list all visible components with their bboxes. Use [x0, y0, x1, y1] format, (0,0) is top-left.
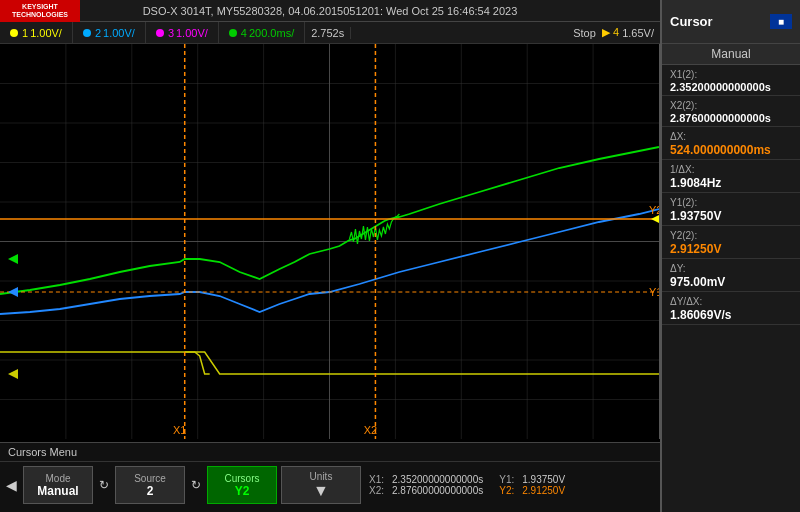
bottom-buttons: ◀ Mode Manual ↻ Source 2 ↻ Cursors Y2 Un… [0, 462, 660, 508]
mode-btn-label: Mode [45, 473, 70, 484]
ch1-scale: 1.00V/ [30, 27, 62, 39]
cursor-dydx-row: ΔY/ΔX: 1.86069V/s [662, 292, 800, 325]
xy-readouts: X1: 2.35200000000000s Y1: 1.93750V X2: 2… [369, 474, 565, 496]
back-arrow-icon[interactable]: ◀ [6, 477, 17, 493]
cursor-dx-value: 524.000000000ms [670, 143, 792, 157]
cursor-dx-label: ΔX: [670, 131, 792, 142]
x2-readout-value: 2.87600000000000s [392, 485, 483, 496]
cursor-mode-text: Manual [711, 47, 750, 61]
channel-4-label[interactable]: 4 200.0ms/ [219, 22, 305, 43]
ch4-num: 4 [241, 27, 247, 39]
ch4-scale: 200.0ms/ [249, 27, 294, 39]
y1-readout-label: Y1: [499, 474, 514, 485]
cursor-dydx-label: ΔY/ΔX: [670, 296, 792, 307]
cursor-panel-button[interactable]: ■ [770, 14, 792, 29]
ch2-num: 2 [95, 27, 101, 39]
x-readouts: X1: 2.35200000000000s Y1: 1.93750V [369, 474, 565, 485]
ch1-dot [10, 29, 18, 37]
cursor-x2-label: X2(2): [670, 100, 792, 111]
header-title: DSO-X 3014T, MY55280328, 04.06.201505120… [143, 5, 518, 17]
logo-text: KEYSIGHTTECHNOLOGIES [12, 3, 68, 18]
cursor-panel-title: Cursor [670, 14, 713, 29]
cursor-invdx-label: 1/ΔX: [670, 164, 792, 175]
cursors-btn-label: Cursors [224, 473, 259, 484]
units-btn-down-icon: ▼ [313, 482, 329, 500]
scope-grid: X1 X2 Y1 Y2 [0, 44, 659, 439]
channel-2-label[interactable]: 2 1.00V/ [73, 22, 146, 43]
source-button[interactable]: Source 2 [115, 466, 185, 504]
cursor-dydx-value: 1.86069V/s [670, 308, 792, 322]
undo-icon[interactable]: ↻ [99, 478, 109, 492]
svg-text:Y2: Y2 [649, 204, 659, 216]
channel-1-label[interactable]: 1 1.00V/ [0, 22, 73, 43]
units-button[interactable]: Units ▼ [281, 466, 361, 504]
cursor-y1-row: Y1(2): 1.93750V [662, 193, 800, 226]
cursor-y2-value: 2.91250V [670, 242, 792, 256]
cursor-dx-row: ΔX: 524.000000000ms [662, 127, 800, 160]
undo2-icon[interactable]: ↻ [191, 478, 201, 492]
ch3-dot [156, 29, 164, 37]
cursor-x1-row: X1(2): 2.35200000000000s [662, 65, 800, 96]
cursors-menu-text: Cursors Menu [8, 446, 77, 458]
ch2-scale: 1.00V/ [103, 27, 135, 39]
cursor-x2-row: X2(2): 2.87600000000000s [662, 96, 800, 127]
trig-level: 1.65V/ [622, 27, 654, 39]
trig-stop: Stop [573, 27, 596, 39]
trig-ch: ▶ 4 [602, 26, 619, 39]
ch3-scale: 1.00V/ [176, 27, 208, 39]
ch3-num: 3 [168, 27, 174, 39]
cursor-x2-value: 2.87600000000000s [670, 112, 792, 124]
mode-button[interactable]: Mode Manual [23, 466, 93, 504]
keysight-logo: KEYSIGHTTECHNOLOGIES [0, 0, 80, 22]
cursors-btn-value: Y2 [235, 484, 250, 498]
x1-readout-value: 2.35200000000000s [392, 474, 483, 485]
channel-bar: 1 1.00V/ 2 1.00V/ 3 1.00V/ 4 200.0ms/ 2.… [0, 22, 660, 44]
cursor-dy-label: ΔY: [670, 263, 792, 274]
cursor-dy-value: 975.00mV [670, 275, 792, 289]
bottom-bar: Cursors Menu ◀ Mode Manual ↻ Source 2 ↻ … [0, 442, 660, 512]
y2-readout-label: Y2: [499, 485, 514, 496]
delay-display: 2.752s [305, 27, 351, 39]
cursor-dy-row: ΔY: 975.00mV [662, 259, 800, 292]
cursor-panel-header: Cursor ■ [662, 0, 800, 44]
units-btn-label: Units [310, 471, 333, 482]
cursors-menu-label: Cursors Menu [0, 443, 660, 462]
x1-readout-label: X1: [369, 474, 384, 485]
cursor-invdx-row: 1/ΔX: 1.9084Hz [662, 160, 800, 193]
y2-readout-value: 2.91250V [522, 485, 565, 496]
mode-btn-value: Manual [37, 484, 78, 498]
ch4-dot [229, 29, 237, 37]
cursor-x1-label: X1(2): [670, 69, 792, 80]
channel-3-label[interactable]: 3 1.00V/ [146, 22, 219, 43]
cursor-y2-label: Y2(2): [670, 230, 792, 241]
scope-screen: X1 X2 Y1 Y2 [0, 44, 660, 439]
ch1-num: 1 [22, 27, 28, 39]
y1-readout-value: 1.93750V [522, 474, 565, 485]
cursor-invdx-value: 1.9084Hz [670, 176, 792, 190]
cursor-x1-value: 2.35200000000000s [670, 81, 792, 93]
cursor-panel: Cursor ■ Manual X1(2): 2.35200000000000s… [660, 0, 800, 512]
delay-val: 2.752s [311, 27, 344, 39]
cursor-y2-row: Y2(2): 2.91250V [662, 226, 800, 259]
svg-text:X2: X2 [364, 424, 377, 436]
x2-readout-label: X2: [369, 485, 384, 496]
cursor-y1-label: Y1(2): [670, 197, 792, 208]
svg-text:Y1: Y1 [649, 286, 659, 298]
cursor-y1-value: 1.93750V [670, 209, 792, 223]
cursor-mode-banner: Manual [662, 44, 800, 65]
source-btn-label: Source [134, 473, 166, 484]
cursors-button[interactable]: Cursors Y2 [207, 466, 277, 504]
scope-header: DSO-X 3014T, MY55280328, 04.06.201505120… [0, 0, 660, 22]
y-readouts: X2: 2.87600000000000s Y2: 2.91250V [369, 485, 565, 496]
source-btn-value: 2 [147, 484, 154, 498]
svg-text:X1: X1 [173, 424, 186, 436]
ch2-dot [83, 29, 91, 37]
trigger-status: Stop ▶ 4 1.65V/ [567, 26, 660, 39]
